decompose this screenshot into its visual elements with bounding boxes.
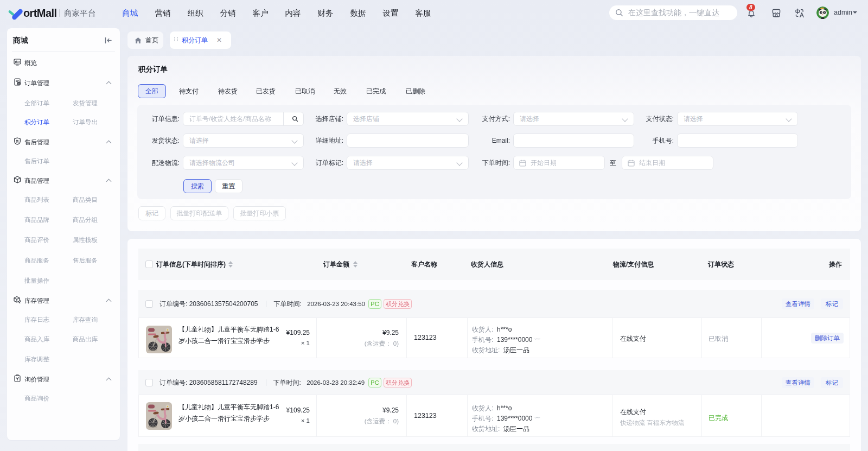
svg-text:售: 售 [15, 139, 19, 143]
